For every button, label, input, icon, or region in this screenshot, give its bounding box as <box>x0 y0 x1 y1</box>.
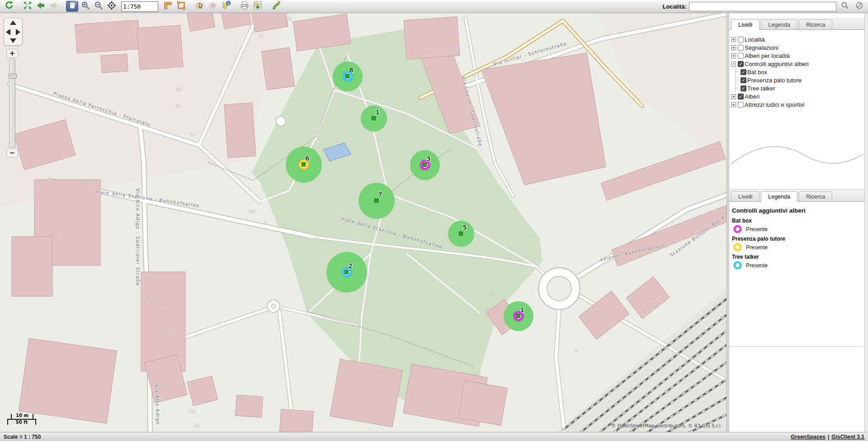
zoom-out-button[interactable] <box>92 1 104 12</box>
zoom-in-button[interactable] <box>79 1 91 12</box>
print-button[interactable] <box>238 1 250 12</box>
layer-item-alberi-per-localita[interactable]: + Alberi per località <box>731 52 864 60</box>
export-map-button[interactable] <box>251 1 264 12</box>
legend-entry-label: Presente <box>746 226 768 232</box>
zoom-slider-minus-button[interactable]: − <box>6 148 18 157</box>
tab-ricerca[interactable]: Ricerca <box>799 19 832 29</box>
greenspaces-link[interactable]: GreenSpaces <box>791 434 826 440</box>
zoom-slider-track[interactable] <box>9 59 15 147</box>
measure-area-button[interactable] <box>175 1 187 12</box>
layers-panel: Livelli Legenda Ricerca + Località + Seg… <box>729 18 864 189</box>
tree-marker[interactable]: 6 <box>286 147 322 183</box>
tree-point <box>516 314 520 318</box>
tree-point <box>374 199 378 203</box>
zoom-in-icon <box>80 0 90 12</box>
pan-tool-button[interactable] <box>66 1 78 12</box>
feature-info-button[interactable] <box>220 1 232 12</box>
layer-item-controlli-aggiuntivi[interactable]: − Controlli aggiuntivi alberi <box>731 60 864 68</box>
legend-entry: Presente <box>732 225 864 233</box>
legend-group-palo-tutore: Presenza palo tutore Presente <box>732 236 864 251</box>
layer-checkbox[interactable] <box>738 102 744 108</box>
expand-icon[interactable]: + <box>731 53 736 58</box>
center-map-button[interactable] <box>105 1 118 12</box>
gis-application: Località: <box>0 0 868 441</box>
gisclient-link[interactable]: GisClient 3.1 <box>831 434 864 440</box>
tree-number: 5 <box>462 224 467 231</box>
tree-point <box>344 270 349 274</box>
layer-item-bat-box[interactable]: Bat box <box>736 68 864 76</box>
reload-button[interactable] <box>3 1 15 12</box>
tree-marker[interactable]: 2 <box>326 252 367 293</box>
forward-button[interactable] <box>47 1 60 12</box>
zoom-slider-thumb[interactable] <box>9 74 17 79</box>
map-attribution: © OpenStreetMap contributors, © R3 GIS S… <box>611 423 722 428</box>
tab-ricerca[interactable]: Ricerca <box>799 191 832 201</box>
tree-marker[interactable]: 8 <box>333 62 363 91</box>
tree-point <box>372 116 376 120</box>
locality-clear-button[interactable] <box>853 1 865 12</box>
tab-legenda[interactable]: Legenda <box>761 19 797 29</box>
layer-checkbox[interactable] <box>738 94 744 100</box>
layer-checkbox[interactable] <box>738 37 744 43</box>
tree-number: 1 <box>520 306 524 313</box>
tree-marker[interactable]: 3 <box>410 150 440 180</box>
pan-control <box>4 18 23 46</box>
tree-number: 3 <box>426 155 431 162</box>
expand-icon[interactable]: + <box>731 102 736 107</box>
measure-distance-button[interactable] <box>162 1 174 12</box>
legend-group-tree-talker: Tree talker Presente <box>732 254 864 269</box>
tree-marker[interactable]: 7 <box>359 183 395 219</box>
layer-item-attrezzi[interactable]: + Attrezzi ludici e sportivi <box>731 100 864 109</box>
redline-draw-button[interactable] <box>270 1 282 12</box>
locality-search-button[interactable] <box>839 1 851 12</box>
layer-label: Tree talker <box>747 85 775 92</box>
layer-checkbox[interactable] <box>741 77 746 83</box>
clear-selection-button[interactable] <box>207 1 219 12</box>
scale-input[interactable] <box>121 1 158 12</box>
legend-title: Controlli aggiuntivi alberi <box>732 207 864 214</box>
locality-search-input[interactable] <box>689 2 836 11</box>
tree-connector <box>736 71 740 72</box>
tree-marker[interactable]: 1 <box>504 301 533 331</box>
expand-icon[interactable]: + <box>731 94 736 99</box>
back-button[interactable] <box>34 1 47 12</box>
tree-number: 6 <box>305 155 310 162</box>
legend-panel: Livelli Legenda Ricerca Controlli aggiun… <box>729 189 864 347</box>
tree-connector <box>736 80 740 81</box>
legend-group-name: Bat box <box>732 218 864 224</box>
tab-livelli[interactable]: Livelli <box>731 191 760 201</box>
pan-up-arrow[interactable] <box>10 20 16 25</box>
layer-checkbox[interactable] <box>741 85 746 91</box>
pan-left-arrow[interactable] <box>6 29 10 35</box>
full-extent-button[interactable] <box>21 1 33 12</box>
printer-icon <box>240 0 250 12</box>
back-arrow-icon <box>36 0 46 12</box>
layer-item-alberi[interactable]: + Alberi <box>731 92 864 100</box>
tree-marker[interactable]: 1 <box>361 105 387 132</box>
pan-hand-icon <box>67 0 77 12</box>
pan-down-arrow[interactable] <box>10 38 16 43</box>
layer-item-localita[interactable]: + Località <box>731 35 864 43</box>
tab-legenda[interactable]: Legenda <box>761 191 797 202</box>
layer-checkbox[interactable] <box>738 53 744 59</box>
redline-pen-icon <box>271 0 281 12</box>
layer-checkbox[interactable] <box>738 45 744 51</box>
select-feature-button[interactable] <box>193 1 206 12</box>
layer-checkbox[interactable] <box>741 69 746 75</box>
layer-item-presenza-palo-tutore[interactable]: Presenza palo tutore <box>736 76 864 84</box>
tab-livelli[interactable]: Livelli <box>731 19 760 30</box>
expand-icon[interactable]: + <box>731 45 736 50</box>
collapse-icon[interactable]: − <box>731 62 736 66</box>
legend-group-name: Tree talker <box>732 254 864 260</box>
sidebar-scrollbar[interactable] <box>864 13 868 432</box>
layer-item-segnalazioni[interactable]: + Segnalazioni <box>731 43 864 52</box>
layer-checkbox[interactable] <box>738 61 744 67</box>
pan-right-arrow[interactable] <box>16 29 20 35</box>
map-viewport[interactable]: Viale della Stazione - Bahnhofsallee Via… <box>0 13 726 432</box>
expand-icon[interactable]: + <box>731 37 736 42</box>
layer-label: Attrezzi ludici e sportivi <box>745 101 804 108</box>
map-canvas[interactable] <box>0 13 726 432</box>
tree-marker[interactable]: 5 <box>448 221 474 247</box>
zoom-slider-plus-button[interactable]: + <box>6 49 18 58</box>
layer-item-tree-talker[interactable]: Tree talker <box>736 84 864 92</box>
